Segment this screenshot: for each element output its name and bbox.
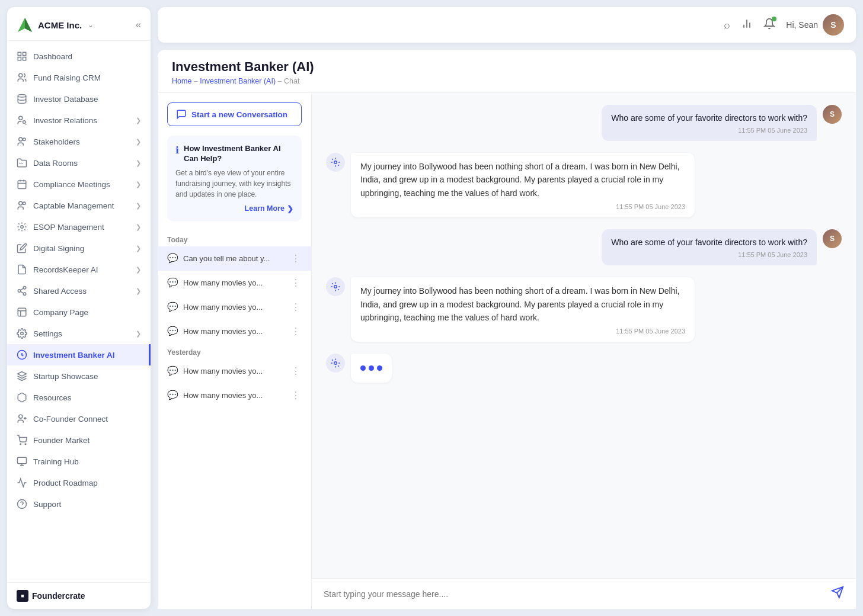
svg-rect-5 xyxy=(23,57,26,60)
info-icon: ℹ xyxy=(175,145,179,156)
conversation-item-c3[interactable]: 💬 How many movies yo... ⋮ xyxy=(158,295,311,319)
compliance-chevron-icon: ❯ xyxy=(136,181,141,188)
conversation-item-c5[interactable]: 💬 How many movies yo... ⋮ xyxy=(158,359,311,383)
sidebar-label-dashboard: Dashboard xyxy=(33,52,141,61)
sidebar-label-resources: Resources xyxy=(33,393,141,402)
sidebar-item-digital-signing[interactable]: Digital Signing ❯ xyxy=(7,238,151,259)
user-avatar[interactable]: S xyxy=(823,14,844,36)
sidebar-item-investment-banker[interactable]: Investment Banker AI xyxy=(7,344,151,365)
conv-text-c3: How many movies yo... xyxy=(183,303,285,312)
foundercrate-icon: ■ xyxy=(17,590,28,602)
svg-point-23 xyxy=(23,293,26,296)
message-3-time: 11:55 PM 05 June 2023 xyxy=(611,251,807,258)
sidebar-item-founder-market[interactable]: Founder Market xyxy=(7,429,151,451)
conv-dots-c5[interactable]: ⋮ xyxy=(290,364,302,378)
svg-point-27 xyxy=(21,332,24,335)
conversation-item-c2[interactable]: 💬 How many movies yo... ⋮ xyxy=(158,271,311,295)
typing-bubble xyxy=(351,354,392,383)
sidebar-item-startup-showcase[interactable]: Startup Showcase xyxy=(7,365,151,387)
conv-text-c2: How many movies yo... xyxy=(183,278,285,287)
sidebar-item-esop[interactable]: ESOP Management ❯ xyxy=(7,216,151,238)
notification-bell-icon[interactable] xyxy=(763,18,775,33)
conv-dots-c4[interactable]: ⋮ xyxy=(290,325,302,338)
sidebar-item-fundraising[interactable]: Fund Raising CRM xyxy=(7,67,151,88)
conversation-item-c6[interactable]: 💬 How many movies yo... ⋮ xyxy=(158,383,311,408)
conv-icon-c3: 💬 xyxy=(167,301,178,312)
message-4-bubble: My journey into Bollywood has been nothi… xyxy=(351,277,695,342)
user-avatar-sm-1: S xyxy=(823,105,842,124)
sidebar-item-training-hub[interactable]: Training Hub xyxy=(7,451,151,472)
investment-banker-icon xyxy=(17,349,27,360)
sidebar-label-support: Support xyxy=(33,500,141,509)
sidebar-label-stakeholders: Stakeholders xyxy=(33,137,130,146)
conv-dots-c1[interactable]: ⋮ xyxy=(290,252,302,265)
stakeholders-chevron-icon: ❯ xyxy=(136,138,141,146)
sidebar-item-shared-access[interactable]: Shared Access ❯ xyxy=(7,280,151,301)
chat-input-area xyxy=(312,578,856,609)
today-label: Today xyxy=(158,231,311,246)
search-icon[interactable]: ⌕ xyxy=(724,19,730,31)
svg-rect-2 xyxy=(18,52,21,55)
svg-point-7 xyxy=(18,95,26,98)
conversation-item-c1[interactable]: 💬 Can you tell me about y... ⋮ xyxy=(158,246,311,271)
conv-text-c1: Can you tell me about y... xyxy=(183,254,285,263)
learn-more-link[interactable]: Learn More ❯ xyxy=(175,204,293,213)
typing-dot-1 xyxy=(360,365,366,371)
page-header: Investment Banker (AI) Home – Investment… xyxy=(158,50,856,93)
new-conv-icon xyxy=(176,109,187,120)
svg-line-25 xyxy=(20,288,23,290)
company-chevron-icon[interactable]: ⌄ xyxy=(88,21,94,29)
conv-dots-c2[interactable]: ⋮ xyxy=(290,276,302,290)
sidebar-item-investor-rel[interactable]: Investor Relations ❯ xyxy=(7,110,151,131)
svg-point-8 xyxy=(19,116,23,120)
ai-avatar-2 xyxy=(326,153,345,172)
conv-icon-c2: 💬 xyxy=(167,277,178,288)
sidebar-item-resources[interactable]: Resources xyxy=(7,387,151,408)
help-card-title: How Investment Banker AI Can Help? xyxy=(184,144,293,164)
help-card-description: Get a bird's eye view of your entire fun… xyxy=(175,168,293,200)
sidebar-item-cofounder[interactable]: Co-Founder Connect xyxy=(7,408,151,429)
sidebar-item-company-page[interactable]: Company Page xyxy=(7,301,151,323)
svg-text:data: data xyxy=(19,162,24,165)
analytics-icon[interactable] xyxy=(741,18,753,33)
sidebar-item-settings[interactable]: Settings ❯ xyxy=(7,323,151,344)
crm-icon xyxy=(17,72,27,83)
conv-dots-c3[interactable]: ⋮ xyxy=(290,300,302,314)
notification-dot xyxy=(772,17,776,21)
svg-point-21 xyxy=(23,287,26,290)
svg-point-10 xyxy=(19,137,23,141)
sidebar-item-captable[interactable]: Captable Management ❯ xyxy=(7,195,151,216)
sidebar: ACME Inc. ⌄ « Dashboard Fund Raising CRM… xyxy=(7,7,151,609)
send-button[interactable] xyxy=(831,586,844,602)
sidebar-item-stakeholders[interactable]: Stakeholders ❯ xyxy=(7,131,151,152)
conv-dots-c6[interactable]: ⋮ xyxy=(290,389,302,402)
message-1-bubble: Who are some of your favorite directors … xyxy=(602,105,817,141)
company-page-icon xyxy=(17,307,27,317)
sidebar-collapse-button[interactable]: « xyxy=(136,20,141,30)
message-4-text: My journey into Bollywood has been nothi… xyxy=(360,284,685,324)
sidebar-label-data-rooms: Data Rooms xyxy=(33,159,130,168)
panels: Start a new Conversation ℹ How Investmen… xyxy=(158,93,856,609)
svg-rect-35 xyxy=(18,457,27,464)
sidebar-label-company-page: Company Page xyxy=(33,308,141,317)
settings-chevron-icon: ❯ xyxy=(136,330,141,338)
message-1-time: 11:55 PM 05 June 2023 xyxy=(611,127,807,134)
conversation-item-c4[interactable]: 💬 How many movies yo... ⋮ xyxy=(158,319,311,344)
compliance-icon xyxy=(17,179,27,190)
sidebar-item-data-rooms[interactable]: data Data Rooms ❯ xyxy=(7,152,151,174)
new-conversation-button[interactable]: Start a new Conversation xyxy=(167,102,302,126)
sidebar-item-product-roadmap[interactable]: Product Roadmap xyxy=(7,472,151,493)
sidebar-item-support[interactable]: Support xyxy=(7,493,151,515)
training-hub-icon xyxy=(17,456,27,467)
svg-point-43 xyxy=(334,161,337,164)
svg-point-20 xyxy=(21,226,24,229)
sidebar-item-compliance[interactable]: Compliance Meetings ❯ xyxy=(7,174,151,195)
sidebar-item-dashboard[interactable]: Dashboard xyxy=(7,46,151,67)
message-4-time: 11:55 PM 05 June 2023 xyxy=(360,328,685,335)
sidebar-item-investor-db[interactable]: Investor Database xyxy=(7,88,151,110)
conv-text-c6: How many movies yo... xyxy=(183,391,285,400)
breadcrumb-investment-banker[interactable]: Investment Banker (AI) xyxy=(200,77,276,85)
sidebar-item-records[interactable]: RecordsKeeper AI ❯ xyxy=(7,259,151,280)
breadcrumb-home[interactable]: Home xyxy=(172,77,191,85)
chat-input[interactable] xyxy=(324,589,824,599)
